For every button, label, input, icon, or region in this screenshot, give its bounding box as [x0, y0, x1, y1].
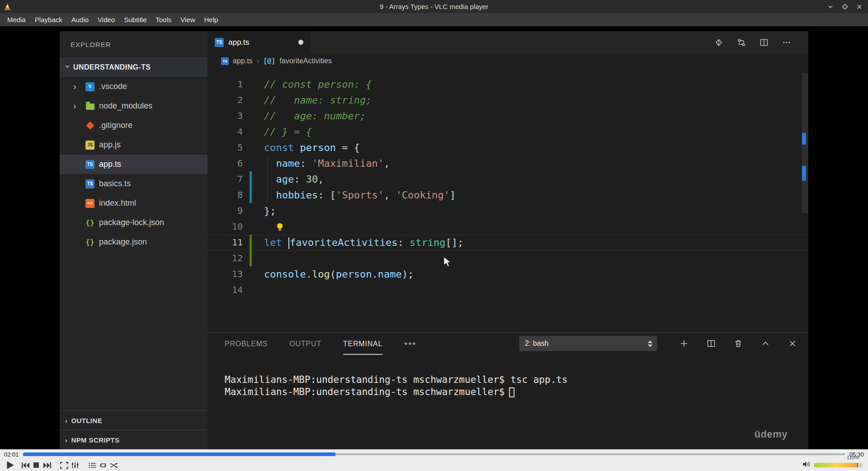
file-label: package.json [99, 237, 147, 247]
kill-terminal-icon[interactable] [733, 339, 743, 349]
sidebar-item-node-modules[interactable]: ›node_modules [60, 96, 208, 116]
code-line-5[interactable]: 5const person = { [208, 140, 808, 155]
speaker-icon[interactable] [802, 461, 811, 470]
shell-select-value: 2: bash [525, 339, 548, 348]
code-line-14[interactable]: 14 [208, 282, 808, 298]
menu-tools[interactable]: Tools [151, 13, 176, 26]
loop-button[interactable] [98, 460, 108, 471]
breadcrumb-file[interactable]: app.ts [233, 57, 253, 65]
line-number: 14 [208, 282, 243, 298]
panel-tab-terminal[interactable]: TERMINAL [343, 333, 382, 355]
line-number: 3 [208, 108, 243, 124]
minimize-button[interactable] [827, 4, 834, 10]
split-editor-icon[interactable] [760, 38, 769, 47]
fullscreen-button[interactable] [59, 460, 70, 471]
code-line-6[interactable]: 6 name: 'Maximilian', [208, 155, 808, 171]
breadcrumb-symbol[interactable]: favoriteActivities [279, 57, 332, 65]
close-panel-icon[interactable] [788, 339, 797, 349]
overview-ruler-mark [802, 133, 806, 145]
code-editor[interactable]: 1// const person: {2// name: string;3// … [208, 69, 808, 332]
terminal-output[interactable]: Maximilians-MBP:understanding-ts mschwar… [208, 355, 808, 398]
code-text: // age: number; [252, 108, 366, 124]
sidebar-item-app-js[interactable]: JSapp.js [60, 135, 208, 155]
line-number: 6 [208, 155, 243, 171]
chevron-right-icon: › [65, 436, 67, 444]
volume-slider[interactable] [814, 463, 863, 467]
menu-media[interactable]: Media [3, 13, 30, 26]
git-compare-icon[interactable] [737, 38, 746, 47]
explorer-root-folder[interactable]: UNDERSTANDING-TS [60, 57, 208, 77]
maximize-panel-icon[interactable] [760, 339, 770, 349]
elapsed-time: 02:01 [4, 451, 19, 458]
maximize-button[interactable] [842, 4, 848, 10]
menu-audio[interactable]: Audio [67, 13, 93, 26]
ts-file-icon: TS [215, 38, 224, 47]
code-text: const person = { [252, 140, 360, 155]
tab-actions [714, 31, 808, 53]
split-terminal-icon[interactable] [706, 339, 716, 349]
code-line-2[interactable]: 2// name: string; [208, 92, 808, 108]
sidebar-item--gitignore[interactable]: .gitignore [60, 116, 208, 135]
terminal-cursor [509, 387, 514, 397]
shuffle-button[interactable] [108, 460, 119, 471]
line-number: 11 [208, 235, 243, 250]
code-line-1[interactable]: 1// const person: { [208, 76, 808, 92]
menu-view[interactable]: View [176, 13, 199, 26]
previous-button[interactable] [20, 460, 31, 471]
sidebar-section-outline[interactable]: ›OUTLINE [60, 410, 208, 430]
tab-app-ts[interactable]: TS app.ts [208, 31, 311, 53]
terminal-line: Maximilians-MBP:understanding-ts mschwar… [225, 374, 808, 386]
code-line-10[interactable]: 10 [208, 219, 808, 235]
line-number: 9 [208, 203, 243, 219]
code-line-11[interactable]: 11let favoriteActivities: string[]; [208, 235, 808, 250]
sidebar-item-index-html[interactable]: <>index.html [60, 193, 208, 213]
sidebar-item--vscode[interactable]: ›V.vscode [60, 77, 208, 96]
terminal-line: Maximilians-MBP:understanding-ts mschwar… [225, 386, 808, 398]
code-line-12[interactable]: 12 [208, 250, 808, 266]
line-number: 2 [208, 92, 243, 108]
panel-tab-output[interactable]: OUTPUT [289, 333, 321, 355]
menu-video[interactable]: Video [93, 13, 119, 26]
menu-subtitle[interactable]: Subtitle [119, 13, 151, 26]
explorer-title: EXPLORER [60, 31, 208, 57]
code-line-3[interactable]: 3// age: number; [208, 108, 808, 124]
unsaved-dot-icon[interactable] [298, 40, 303, 45]
close-button[interactable] [856, 4, 863, 10]
sidebar-item-package-json[interactable]: {}package.json [60, 232, 208, 252]
play-button[interactable] [4, 460, 16, 471]
menu-help[interactable]: Help [200, 13, 223, 26]
stop-button[interactable] [31, 460, 42, 471]
terminal-shell-select[interactable]: 2: bash [519, 336, 657, 351]
chevron-right-icon: › [73, 101, 85, 111]
extended-settings-button[interactable] [70, 460, 80, 471]
sidebar-section-npm-scripts[interactable]: ›NPM SCRIPTS [60, 430, 208, 449]
panel-tab-problems[interactable]: PROBLEMS [225, 333, 268, 355]
line-number: 8 [208, 187, 243, 203]
code-line-8[interactable]: 8 hobbies: ['Sports', 'Cooking'] [208, 187, 808, 203]
code-line-9[interactable]: 9}; [208, 203, 808, 219]
mouse-cursor [443, 256, 453, 269]
video-frame: EXPLORER UNDERSTANDING-TS ›V.vscode›node… [0, 26, 868, 449]
lightbulb-icon[interactable] [275, 222, 284, 232]
line-number: 4 [208, 124, 243, 140]
code-line-7[interactable]: 7 age: 30, [208, 171, 808, 187]
explorer-tree: ›V.vscode›node_modules.gitignoreJSapp.js… [60, 77, 208, 252]
line-number: 10 [208, 219, 243, 235]
chevron-right-icon: › [65, 417, 67, 424]
code-line-13[interactable]: 13console.log(person.name); [208, 266, 808, 282]
new-terminal-icon[interactable] [679, 339, 689, 349]
playlist-button[interactable] [87, 460, 98, 471]
sidebar-item-package-lock-json[interactable]: {}package-lock.json [60, 213, 208, 232]
more-actions-icon[interactable] [782, 38, 791, 47]
sidebar-item-app-ts[interactable]: TSapp.ts [60, 155, 208, 174]
code-line-4[interactable]: 4// } = { [208, 124, 808, 140]
menu-playback[interactable]: Playback [30, 13, 67, 26]
panel-more-icon[interactable]: ••• [404, 339, 416, 349]
seek-bar[interactable] [23, 452, 845, 457]
next-button[interactable] [42, 460, 52, 471]
vlc-menubar: MediaPlaybackAudioVideoSubtitleToolsView… [0, 13, 868, 26]
code-text: name: 'Maximilian', [252, 155, 390, 171]
json-file-icon: {} [85, 218, 95, 227]
open-changes-icon[interactable] [714, 38, 723, 47]
sidebar-item-basics-ts[interactable]: TSbasics.ts [60, 174, 208, 193]
